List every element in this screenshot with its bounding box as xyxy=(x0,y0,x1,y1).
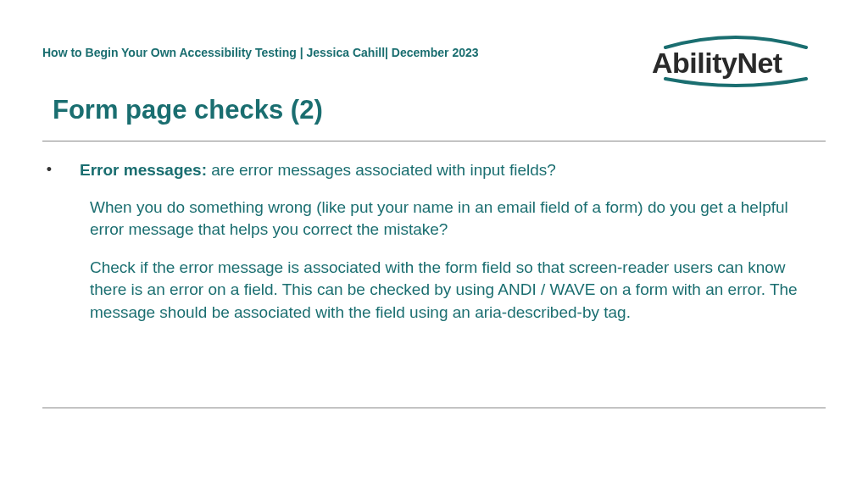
paragraph-1: When you do something wrong (like put yo… xyxy=(90,197,817,241)
bullet-marker-icon: • xyxy=(42,159,56,180)
bullet-text: Error messages: are error messages assoc… xyxy=(80,159,826,181)
divider-top xyxy=(42,141,826,141)
divider-bottom xyxy=(42,408,826,408)
bullet-label: Error messages: xyxy=(80,161,207,179)
bullet-item: • Error messages: are error messages ass… xyxy=(42,159,826,181)
abilitynet-logo: AbilityNet xyxy=(652,34,821,89)
paragraph-2: Check if the error message is associated… xyxy=(90,257,817,324)
logo-text: AbilityNet xyxy=(652,47,782,80)
bullet-rest: are error messages associated with input… xyxy=(207,161,556,179)
logo-arc-bottom-icon xyxy=(664,77,808,89)
slide-header: How to Begin Your Own Accessibility Test… xyxy=(42,46,479,59)
slide-body: • Error messages: are error messages ass… xyxy=(42,159,826,324)
slide-title: Form page checks (2) xyxy=(53,95,323,125)
